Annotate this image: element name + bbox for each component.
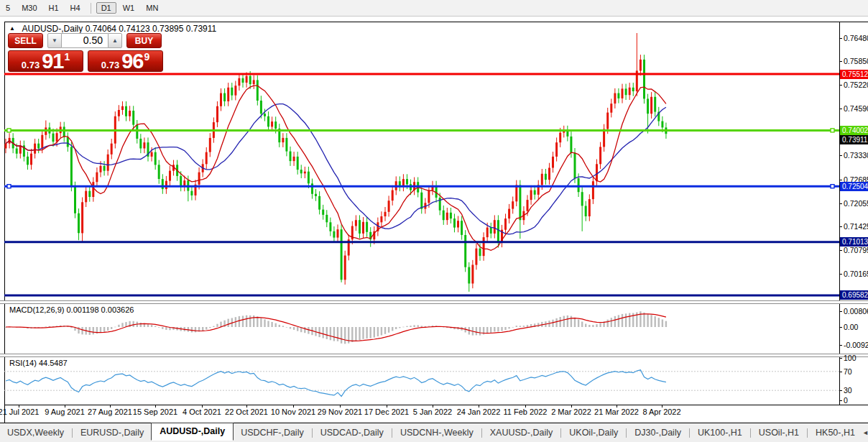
candle-body: [428, 190, 430, 203]
macd-bar: [242, 316, 244, 327]
macd-bar: [618, 315, 619, 327]
line-handle[interactable]: [7, 185, 11, 188]
line-handle[interactable]: [7, 129, 11, 132]
chart-tab-usdx-weekly[interactable]: USDX,Weekly: [0, 425, 71, 440]
chart-tab-usdcnh-weekly[interactable]: USDCNH-,Weekly: [393, 425, 481, 440]
candle-body: [271, 121, 273, 126]
macd-bar: [304, 327, 305, 333]
chart-tab-audusd-daily[interactable]: AUDUSD-,Daily: [151, 423, 234, 441]
timeframe-button-w1[interactable]: W1: [118, 2, 140, 14]
macd-axis-label: 0.008061: [844, 307, 868, 316]
timeframe-button-5[interactable]: 5: [1, 2, 15, 14]
price-tick-mark: [839, 109, 842, 109]
price-level-tag[interactable]: 0.71013: [840, 237, 868, 247]
price-level-tag[interactable]: 0.74002: [840, 126, 868, 135]
candle-body: [443, 211, 445, 221]
chart-tab-xauusd-daily[interactable]: XAUUSD-,Daily: [483, 425, 560, 440]
volume-input[interactable]: 0.50: [62, 33, 108, 48]
macd-bar: [103, 327, 105, 332]
candle-body: [599, 147, 601, 164]
sell-button[interactable]: SELL: [8, 33, 43, 48]
chart-tab-uk100-h1[interactable]: UK100-,H1: [691, 425, 749, 440]
price-level-tag[interactable]: 0.75512: [840, 70, 868, 79]
chart-tab-bar: USDX,WeeklyEURUSD-,DailyAUDUSD-,DailyUSD…: [0, 423, 868, 442]
macd-histogram: [5, 311, 667, 344]
volume-decrease-button[interactable]: ▼: [47, 33, 62, 48]
macd-bar: [611, 318, 612, 327]
candle-body: [527, 200, 529, 211]
macd-bar: [537, 323, 539, 327]
line-handle[interactable]: [831, 185, 834, 188]
candle-body: [118, 110, 120, 116]
chart-tab-usdcad-daily[interactable]: USDCAD-,Daily: [313, 425, 391, 440]
chart-tab-dj30-daily[interactable]: DJ30-,Daily: [627, 425, 688, 440]
timeframe-button-h1[interactable]: H1: [44, 2, 64, 14]
price-level-tag[interactable]: 0.73911: [840, 135, 868, 144]
date-axis-label: 21 Mar 2022: [594, 408, 639, 416]
buy-price-main: 96: [121, 53, 143, 70]
candle-body: [300, 170, 303, 173]
tab-separator: [626, 428, 627, 438]
tab-scroll-controls: ◄►: [862, 429, 868, 436]
macd-bar: [607, 320, 609, 327]
macd-bar: [650, 315, 652, 327]
candle-body: [617, 93, 619, 98]
line-handle[interactable]: [831, 129, 834, 132]
sell-price-display[interactable]: 0.73 91 1: [8, 50, 83, 72]
timeframe-button-mn[interactable]: MN: [141, 2, 163, 14]
date-axis-label: 2 Mar 2022: [551, 408, 591, 416]
price-tick-mark: [839, 274, 842, 275]
candle-body: [70, 147, 73, 186]
candle-body: [559, 133, 561, 143]
collapse-arrow-icon[interactable]: ▲: [9, 25, 15, 32]
chart-tab-hk50-h1[interactable]: HK50-,H1: [808, 425, 862, 440]
candle-body: [359, 220, 361, 234]
candle-body: [606, 113, 609, 129]
macd-bar: [362, 327, 364, 339]
macd-bar: [297, 327, 298, 331]
candle-body: [508, 209, 510, 219]
candle-body: [267, 116, 269, 127]
candle-body: [622, 88, 624, 98]
price-tick-mark: [839, 203, 842, 204]
macd-bar: [399, 327, 400, 328]
buy-button[interactable]: BUY: [126, 33, 162, 48]
macd-bar: [206, 327, 207, 330]
chart-tab-eurusd-daily[interactable]: EURUSD-,Daily: [73, 425, 151, 440]
timeframe-button-d1[interactable]: D1: [96, 2, 116, 14]
macd-bar: [588, 325, 590, 327]
macd-bar: [655, 316, 656, 327]
candle-body: [103, 166, 106, 171]
macd-bar: [151, 325, 152, 327]
rsi-panel[interactable]: [4, 356, 839, 405]
macd-axis-label: 0.00: [844, 323, 858, 331]
candle-body: [468, 267, 470, 284]
macd-bar: [271, 322, 272, 327]
timeframe-button-h4[interactable]: H4: [65, 2, 86, 14]
buy-price-display[interactable]: 0.73 96 9: [88, 50, 163, 72]
timeframe-button-m30[interactable]: M30: [17, 2, 42, 14]
chart-tab-usoil-h1[interactable]: USOil-,H1: [752, 425, 806, 440]
candle-body: [125, 106, 127, 116]
rsi-axis-label: 70: [844, 367, 852, 376]
candle-body: [570, 137, 572, 153]
price-level-tag[interactable]: 0.69582: [840, 290, 868, 300]
sell-price-main: 91: [42, 53, 63, 70]
chart-tab-usdchf-daily[interactable]: USDCHF-,Daily: [234, 425, 311, 440]
rsi-indicator-label: RSI(14) 44.5487: [9, 359, 68, 367]
macd-bar: [341, 327, 342, 344]
macd-bar: [662, 320, 663, 328]
tabs-scroll-left-icon[interactable]: ◄: [862, 429, 868, 436]
volume-increase-button[interactable]: ▲: [108, 33, 122, 48]
price-level-tag[interactable]: 0.72504: [840, 182, 868, 191]
candle-body: [515, 185, 517, 201]
macd-bar: [359, 327, 360, 340]
rsi-tick-mark: [839, 390, 842, 391]
price-tick-mark: [839, 180, 842, 180]
macd-bar: [384, 327, 386, 334]
macd-bar: [107, 327, 108, 331]
chart-tab-ukoil-daily[interactable]: UKOil-,Daily: [562, 425, 625, 440]
macd-bar: [374, 327, 375, 338]
candle-body: [355, 220, 357, 226]
tab-separator: [392, 428, 392, 438]
